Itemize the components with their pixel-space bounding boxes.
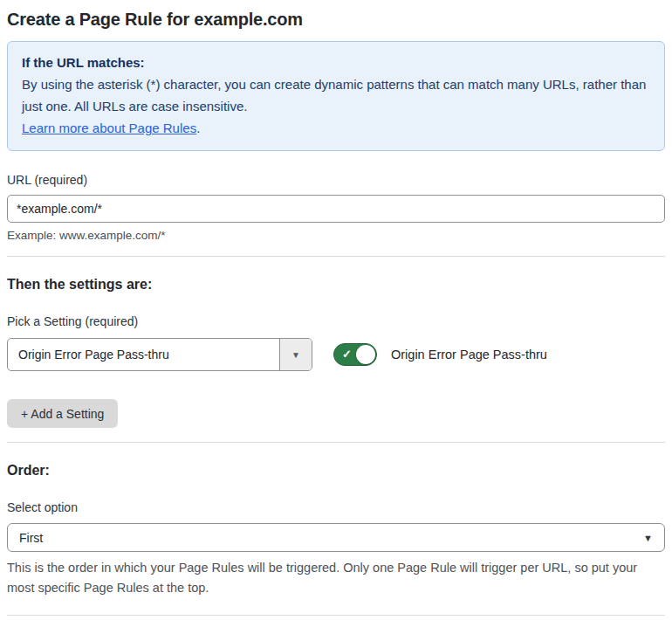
setting-select[interactable]: Origin Error Page Pass-thru ▼ <box>7 338 312 371</box>
pick-setting-label: Pick a Setting (required) <box>7 314 665 328</box>
page-title: Create a Page Rule for example.com <box>7 0 665 31</box>
check-icon: ✓ <box>342 348 352 360</box>
section-divider <box>7 256 665 257</box>
url-input[interactable] <box>7 195 665 223</box>
add-setting-button[interactable]: + Add a Setting <box>7 399 118 428</box>
learn-more-link[interactable]: Learn more about Page Rules <box>22 121 196 135</box>
info-box-heading: If the URL matches: <box>22 52 650 73</box>
order-select-label: Select option <box>7 500 665 514</box>
section-divider <box>7 442 665 443</box>
toggle-knob <box>356 345 375 364</box>
setting-select-arrow-button[interactable]: ▼ <box>279 339 312 370</box>
dropdown-arrow-icon: ▼ <box>291 350 300 360</box>
setting-select-value: Origin Error Page Pass-thru <box>8 339 279 370</box>
order-select[interactable]: First ▼ <box>7 523 665 552</box>
create-page-rule-panel: Create a Page Rule for example.com If th… <box>0 0 672 620</box>
order-section-heading: Order: <box>7 463 665 479</box>
order-select-value: First <box>19 531 43 545</box>
setting-toggle-label: Origin Error Page Pass-thru <box>391 348 547 362</box>
url-example-helper: Example: www.example.com/* <box>7 229 665 242</box>
setting-toggle[interactable]: ✓ <box>333 343 377 366</box>
url-field-label: URL (required) <box>7 173 665 187</box>
order-helper-text: This is the order in which your Page Rul… <box>7 558 665 598</box>
link-suffix: . <box>196 121 200 135</box>
url-match-info-box: If the URL matches: By using the asteris… <box>7 41 665 151</box>
dropdown-arrow-icon: ▼ <box>643 533 653 543</box>
info-box-body: By using the asterisk (*) character, you… <box>22 73 650 117</box>
footer-divider <box>7 615 665 616</box>
settings-section-heading: Then the settings are: <box>7 277 665 293</box>
info-box-link-line: Learn more about Page Rules. <box>22 117 650 139</box>
setting-row: Origin Error Page Pass-thru ▼ ✓ Origin E… <box>7 338 665 371</box>
